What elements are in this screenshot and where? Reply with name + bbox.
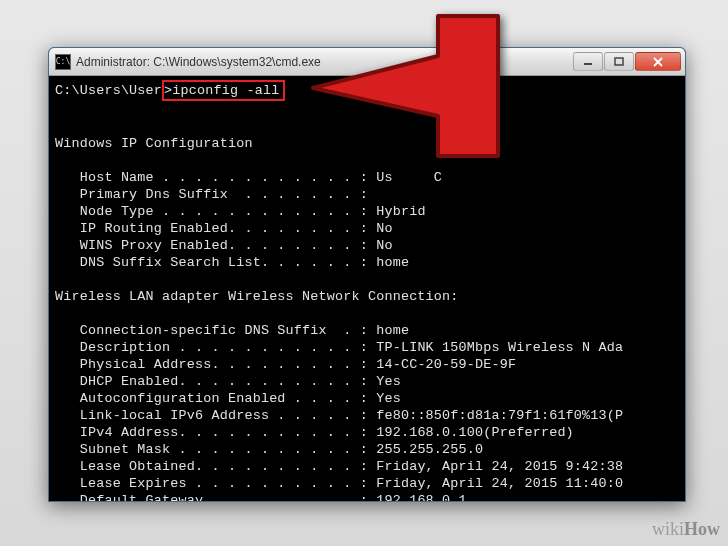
cmd-icon: C:\ [55, 54, 71, 70]
section-header-ipconfig: Windows IP Configuration [55, 136, 253, 151]
svg-rect-0 [584, 63, 592, 65]
row-default-gateway: Default Gateway . . . . . . . . . : 192.… [55, 493, 467, 501]
row-dhcp-enabled: DHCP Enabled. . . . . . . . . . . : Yes [55, 374, 401, 389]
row-lease-obtained: Lease Obtained. . . . . . . . . . : Frid… [55, 459, 623, 474]
titlebar[interactable]: C:\ Administrator: C:\Windows\system32\c… [49, 48, 685, 76]
terminal-output: C:\Users\User>ipconfig -all Windows IP C… [55, 80, 685, 501]
terminal-area[interactable]: C:\Users\User>ipconfig -all Windows IP C… [49, 76, 685, 501]
row-subnet-mask: Subnet Mask . . . . . . . . . . . : 255.… [55, 442, 483, 457]
section-header-wireless: Wireless LAN adapter Wireless Network Co… [55, 289, 459, 304]
wikihow-watermark: wikiHow [652, 519, 720, 540]
row-description: Description . . . . . . . . . . . : TP-L… [55, 340, 623, 355]
row-autoconfig: Autoconfiguration Enabled . . . . : Yes [55, 391, 401, 406]
row-physical-address: Physical Address. . . . . . . . . : 14-C… [55, 357, 516, 372]
maximize-button[interactable] [604, 52, 634, 71]
row-wins-proxy: WINS Proxy Enabled. . . . . . . . : No [55, 238, 393, 253]
row-dns-suffix-list: DNS Suffix Search List. . . . . . : home [55, 255, 409, 270]
row-lease-expires: Lease Expires . . . . . . . . . . : Frid… [55, 476, 623, 491]
row-primary-dns: Primary Dns Suffix . . . . . . . : [55, 187, 368, 202]
window-controls [572, 52, 681, 71]
row-conn-dns: Connection-specific DNS Suffix . : home [55, 323, 409, 338]
minimize-button[interactable] [573, 52, 603, 71]
typed-command: ipconfig -all [172, 83, 279, 98]
row-ip-routing: IP Routing Enabled. . . . . . . . : No [55, 221, 393, 236]
svg-rect-1 [615, 58, 623, 65]
close-button[interactable] [635, 52, 681, 71]
row-ipv4-address: IPv4 Address. . . . . . . . . . . : 192.… [55, 425, 574, 440]
prompt-path: C:\Users\User [55, 82, 162, 99]
window-title: Administrator: C:\Windows\system32\cmd.e… [76, 55, 572, 69]
cmd-window: C:\ Administrator: C:\Windows\system32\c… [48, 47, 686, 502]
row-node-type: Node Type . . . . . . . . . . . . : Hybr… [55, 204, 426, 219]
command-highlight: >ipconfig -all [162, 80, 285, 101]
row-link-local-ipv6: Link-local IPv6 Address . . . . . : fe80… [55, 408, 623, 423]
row-hostname: Host Name . . . . . . . . . . . . : Us C [55, 170, 442, 185]
